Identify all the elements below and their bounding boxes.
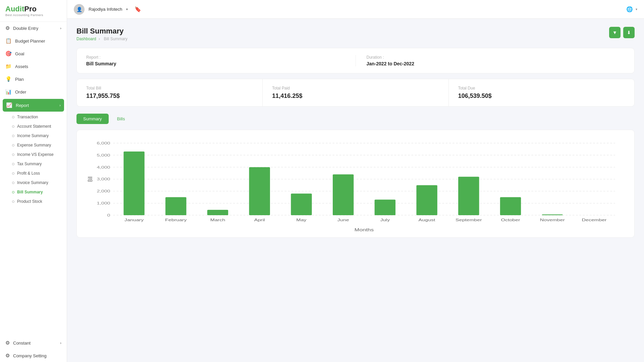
main-wrapper: 👤 Rajodiya Infotech ▾ 🔖 🌐 ▾ Bill Summary… <box>67 0 644 362</box>
tab-summary[interactable]: Summary <box>76 114 109 124</box>
svg-rect-17 <box>165 197 186 215</box>
total-due-card: Total Due 106,539.50$ <box>449 79 634 106</box>
logo: AuditPro Best Accounting Partners <box>0 0 67 22</box>
duration-value: Jan-2022 to Dec-2022 <box>367 61 625 66</box>
nav-icon-plan: 💡 <box>5 76 12 82</box>
sidebar-item-plan[interactable]: 💡 Plan <box>0 73 67 85</box>
nav-icon-double-entry: ⚙ <box>5 25 10 31</box>
sub-dot-expense-summary <box>12 144 14 146</box>
breadcrumb-home[interactable]: Dashboard <box>76 37 96 41</box>
svg-text:March: March <box>210 218 225 222</box>
svg-rect-21 <box>249 167 270 215</box>
svg-text:April: April <box>254 218 265 222</box>
nav-label-assets: Assets <box>15 64 28 69</box>
sidebar-subitem-bill-summary[interactable]: Bill Summary <box>0 187 67 197</box>
bar-chart: 01,0002,0003,0004,0005,0006,000BillJanua… <box>86 138 625 232</box>
report-value: Bill Summary <box>86 61 345 66</box>
tab-bar: Summary Bills <box>76 113 635 124</box>
nav-label-plan: Plan <box>15 77 24 82</box>
svg-text:May: May <box>296 218 306 222</box>
sidebar-subitem-profit-loss[interactable]: Profit & Loss <box>0 169 67 178</box>
duration-label: Duration : <box>367 55 625 60</box>
svg-text:August: August <box>419 218 435 222</box>
company-dropdown-icon[interactable]: ▾ <box>126 7 128 11</box>
sidebar-subitem-product-stock[interactable]: Product Stock <box>0 197 67 206</box>
globe-icon[interactable]: 🌐 <box>626 6 633 12</box>
sub-label-product-stock: Product Stock <box>17 199 42 204</box>
svg-text:3,000: 3,000 <box>97 177 110 181</box>
sidebar: AuditPro Best Accounting Partners ⚙ Doub… <box>0 0 67 362</box>
sub-label-income-summary: Income Summary <box>17 133 49 138</box>
sidebar-item-budget-planner[interactable]: 📋 Budget Planner <box>0 35 67 47</box>
sidebar-item-company-setting[interactable]: ⚙ Company Setting <box>0 349 67 362</box>
report-section: Report : Bill Summary <box>86 55 356 66</box>
sidebar-item-constant[interactable]: ⚙ Constant › <box>0 337 67 349</box>
avatar: 👤 <box>74 4 85 15</box>
nav-chevron-constant: › <box>60 341 61 345</box>
company-name: Rajodiya Infotech <box>89 7 122 12</box>
sub-dot-tax-summary <box>12 163 14 165</box>
sidebar-subitem-invoice-summary[interactable]: Invoice Summary <box>0 178 67 187</box>
download-button[interactable]: ⬇ <box>623 27 635 38</box>
nav-icon-report: 📈 <box>6 102 12 108</box>
nav-label-company-setting: Company Setting <box>13 353 47 358</box>
breadcrumb: Dashboard › Bill Summary <box>76 37 129 41</box>
sub-dot-invoice-summary <box>12 182 14 184</box>
sub-label-expense-summary: Expense Summary <box>17 143 51 147</box>
page-title: Bill Summary <box>76 27 129 36</box>
topbar-right: 🌐 ▾ <box>626 6 637 12</box>
total-bill-label: Total Bill <box>86 86 253 90</box>
sidebar-item-goal[interactable]: 🎯 Goal <box>0 47 67 60</box>
sidebar-subitem-account-statement[interactable]: Account Statement <box>0 122 67 131</box>
sub-label-invoice-summary: Invoice Summary <box>17 180 48 185</box>
main-content: Bill Summary Dashboard › Bill Summary ▼ … <box>67 19 644 362</box>
svg-text:October: October <box>501 218 520 222</box>
svg-rect-19 <box>207 210 228 215</box>
sidebar-item-double-entry[interactable]: ⚙ Double Entry › <box>0 22 67 35</box>
nav-label-budget-planner: Budget Planner <box>15 39 45 44</box>
nav-icon-constant: ⚙ <box>5 340 10 346</box>
sub-label-income-vs-expense: Income VS Expense <box>17 152 54 157</box>
tab-bills[interactable]: Bills <box>110 113 132 124</box>
sidebar-subitem-tax-summary[interactable]: Tax Summary <box>0 159 67 169</box>
filter-button[interactable]: ▼ <box>609 27 621 38</box>
svg-rect-27 <box>375 199 395 215</box>
sub-dot-income-vs-expense <box>12 154 14 156</box>
svg-rect-29 <box>416 185 437 215</box>
sidebar-subitem-income-vs-expense[interactable]: Income VS Expense <box>0 150 67 159</box>
sub-label-account-statement: Account Statement <box>17 124 51 129</box>
sidebar-item-order[interactable]: 📊 Order <box>0 85 67 98</box>
svg-rect-31 <box>458 177 479 215</box>
sub-dot-profit-loss <box>12 172 14 175</box>
sidebar-subitem-expense-summary[interactable]: Expense Summary <box>0 140 67 150</box>
topbar: 👤 Rajodiya Infotech ▾ 🔖 🌐 ▾ <box>67 0 644 19</box>
svg-rect-23 <box>291 194 312 216</box>
sidebar-item-report[interactable]: 📈 Report › <box>3 99 64 112</box>
svg-rect-33 <box>500 197 521 215</box>
sub-label-bill-summary: Bill Summary <box>17 190 43 194</box>
report-info-card: Report : Bill Summary Duration : Jan-202… <box>76 48 635 73</box>
svg-text:December: December <box>582 218 606 222</box>
sub-dot-product-stock <box>12 200 14 203</box>
sub-label-profit-loss: Profit & Loss <box>17 171 40 176</box>
svg-text:Bill: Bill <box>87 177 93 182</box>
total-due-label: Total Due <box>458 86 625 90</box>
nav-label-constant: Constant <box>13 341 31 346</box>
language-chevron[interactable]: ▾ <box>636 7 637 11</box>
sidebar-subitem-income-summary[interactable]: Income Summary <box>0 131 67 140</box>
svg-rect-25 <box>333 174 354 215</box>
report-label: Report : <box>86 55 345 60</box>
svg-text:4,000: 4,000 <box>97 165 110 169</box>
svg-text:September: September <box>455 218 482 222</box>
sidebar-item-assets[interactable]: 📁 Assets <box>0 60 67 73</box>
sidebar-subitem-transaction[interactable]: Transaction <box>0 112 67 122</box>
nav-label-report: Report <box>16 103 29 108</box>
nav-icon-goal: 🎯 <box>5 51 12 57</box>
svg-text:July: July <box>380 218 390 222</box>
bookmark-icon[interactable]: 🔖 <box>135 6 141 12</box>
sub-dot-income-summary <box>12 135 14 137</box>
total-paid-card: Total Paid 11,416.25$ <box>263 79 448 106</box>
svg-text:0: 0 <box>107 213 110 217</box>
duration-section: Duration : Jan-2022 to Dec-2022 <box>356 55 625 66</box>
svg-text:2,000: 2,000 <box>97 189 110 193</box>
